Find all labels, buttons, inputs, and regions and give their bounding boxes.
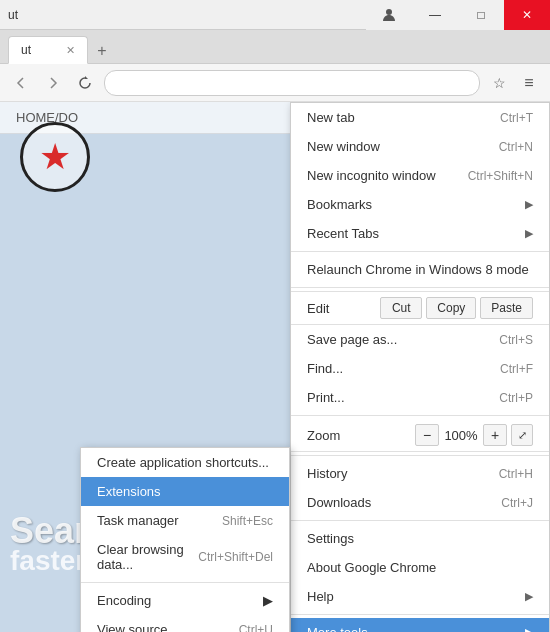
forward-button[interactable] [40, 70, 66, 96]
more-tools-create-shortcuts[interactable]: Create application shortcuts... [81, 448, 289, 477]
tab-label: ut [21, 43, 31, 57]
more-tools-divider [81, 582, 289, 583]
menu-item-save-page[interactable]: Save page as... Ctrl+S [291, 325, 549, 354]
more-tools-menu: Create application shortcuts... Extensio… [80, 447, 290, 632]
menu-item-settings[interactable]: Settings [291, 524, 549, 553]
menu-item-about-chrome[interactable]: About Google Chrome [291, 553, 549, 582]
menu-item-downloads[interactable]: Downloads Ctrl+J [291, 488, 549, 517]
close-button[interactable]: ✕ [504, 0, 550, 30]
more-tools-view-source[interactable]: View source Ctrl+U [81, 615, 289, 632]
paste-button[interactable]: Paste [480, 297, 533, 319]
chrome-menu: New tab Ctrl+T New window Ctrl+N New inc… [290, 102, 550, 632]
menu-divider-1 [291, 251, 549, 252]
svg-marker-1 [85, 76, 88, 79]
more-tools-clear-browsing[interactable]: Clear browsing data... Ctrl+Shift+Del [81, 535, 289, 579]
menu-item-incognito[interactable]: New incognito window Ctrl+Shift+N [291, 161, 549, 190]
zoom-value: 100% [443, 428, 479, 443]
menu-overlay: New tab Ctrl+T New window Ctrl+N New inc… [0, 102, 550, 632]
address-bar: ☆ ≡ [0, 64, 550, 102]
menu-item-help[interactable]: Help ▶ [291, 582, 549, 611]
minimize-button[interactable]: — [412, 0, 458, 30]
zoom-plus-button[interactable]: + [483, 424, 507, 446]
maximize-button[interactable]: □ [458, 0, 504, 30]
zoom-minus-button[interactable]: − [415, 424, 439, 446]
toolbar-icons: ☆ ≡ [486, 70, 542, 96]
url-box[interactable] [104, 70, 480, 96]
menu-item-recent-tabs[interactable]: Recent Tabs ▶ [291, 219, 549, 248]
menu-item-print[interactable]: Print... Ctrl+P [291, 383, 549, 412]
more-tools-task-manager[interactable]: Task manager Shift+Esc [81, 506, 289, 535]
cut-button[interactable]: Cut [380, 297, 422, 319]
menu-divider-3 [291, 415, 549, 416]
tab-bar: ut ✕ + [0, 30, 550, 64]
user-button[interactable] [366, 0, 412, 30]
zoom-fullscreen-button[interactable]: ⤢ [511, 424, 533, 446]
menu-item-bookmarks[interactable]: Bookmarks ▶ [291, 190, 549, 219]
zoom-row: Zoom − 100% + ⤢ [291, 419, 549, 452]
more-tools-extensions[interactable]: Extensions [81, 477, 289, 506]
new-tab-button[interactable]: + [88, 39, 116, 63]
window-controls: — □ ✕ [366, 0, 550, 30]
menu-item-find[interactable]: Find... Ctrl+F [291, 354, 549, 383]
menu-divider-2 [291, 287, 549, 288]
menu-icon[interactable]: ≡ [516, 70, 542, 96]
menu-item-history[interactable]: History Ctrl+H [291, 459, 549, 488]
title-text: ut [8, 8, 18, 22]
edit-row: Edit Cut Copy Paste [291, 291, 549, 325]
page-content: HOME/DO ★ Search R faster th hip!! New t… [0, 102, 550, 632]
menu-divider-6 [291, 614, 549, 615]
refresh-button[interactable] [72, 70, 98, 96]
menu-item-more-tools[interactable]: More tools ▶ [291, 618, 549, 632]
menu-divider-5 [291, 520, 549, 521]
menu-item-new-tab[interactable]: New tab Ctrl+T [291, 103, 549, 132]
menu-item-relaunch[interactable]: Relaunch Chrome in Windows 8 mode [291, 255, 549, 284]
titlebar: ut — □ ✕ [0, 0, 550, 30]
tab-close-button[interactable]: ✕ [66, 44, 75, 57]
back-button[interactable] [8, 70, 34, 96]
copy-button[interactable]: Copy [426, 297, 476, 319]
more-tools-encoding[interactable]: Encoding ▶ [81, 586, 289, 615]
svg-point-0 [386, 9, 392, 15]
bookmark-icon[interactable]: ☆ [486, 70, 512, 96]
menu-divider-4 [291, 455, 549, 456]
active-tab[interactable]: ut ✕ [8, 36, 88, 64]
menu-item-new-window[interactable]: New window Ctrl+N [291, 132, 549, 161]
